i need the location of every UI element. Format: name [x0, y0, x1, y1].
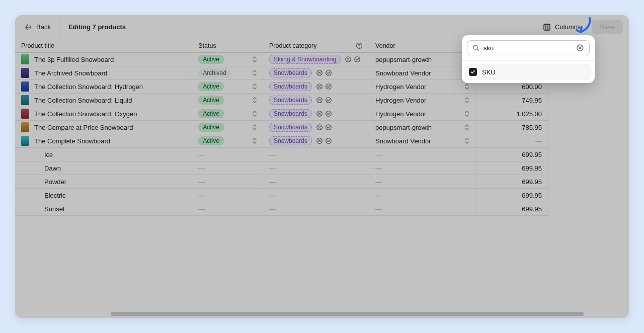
annotation-arrow-icon — [575, 17, 594, 37]
column-option-label: SKU — [482, 68, 496, 76]
bulk-editor-window: Back Editing 7 products Columns Save Pro… — [15, 15, 629, 318]
popover-options: SKU — [462, 61, 595, 83]
check-icon — [470, 69, 475, 74]
search-icon — [472, 44, 479, 51]
popover-search-wrap — [462, 35, 595, 61]
columns-popover: SKU — [462, 35, 595, 83]
svg-point-16 — [473, 45, 477, 49]
checkbox-checked[interactable] — [469, 68, 477, 76]
clear-search-button[interactable] — [576, 44, 584, 52]
column-option-sku[interactable]: SKU — [465, 64, 592, 80]
search-input[interactable] — [484, 44, 572, 52]
search-field[interactable] — [467, 40, 590, 55]
clear-icon — [576, 44, 584, 52]
